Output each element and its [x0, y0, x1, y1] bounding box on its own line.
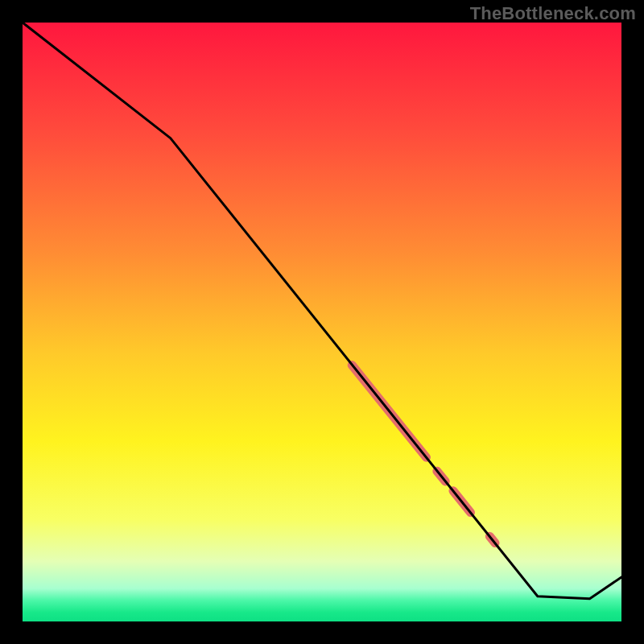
chart-container: TheBottleneck.com [0, 0, 644, 644]
plot-background [23, 23, 621, 621]
watermark-text: TheBottleneck.com [470, 3, 636, 24]
bottleneck-chart [0, 0, 644, 644]
